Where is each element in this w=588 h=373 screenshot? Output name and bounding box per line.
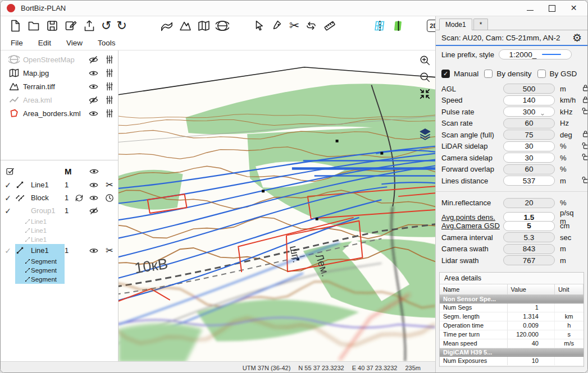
table-row[interactable]: Mean speed40m/s: [440, 339, 584, 348]
eye-icon[interactable]: [85, 81, 101, 92]
line-style-sample[interactable]: [542, 54, 561, 56]
mission-child-row[interactable]: Segment: [1, 275, 118, 284]
table-column-header[interactable]: Name: [440, 284, 507, 295]
cut-button[interactable]: ✂: [289, 19, 299, 33]
layer-row[interactable]: Area.kml: [1, 93, 118, 107]
lock-closed-icon[interactable]: [581, 83, 588, 93]
sliders-icon[interactable]: [101, 108, 118, 118]
line-prefix-input[interactable]: 1:2000_: [499, 49, 572, 59]
layer-row[interactable]: Area_borders.kml: [1, 107, 118, 120]
table-row[interactable]: Segm. length1.314km: [440, 312, 584, 321]
table-row[interactable]: Time per turn120.000s: [440, 330, 584, 339]
table-column-header[interactable]: Unit: [554, 284, 583, 295]
param-field-speed[interactable]: 140: [503, 95, 555, 105]
table-row[interactable]: Num Exposures10: [440, 356, 584, 365]
mission-child-row[interactable]: Line1: [1, 235, 118, 244]
scan-grid-button[interactable]: [373, 19, 386, 33]
sliders-icon[interactable]: [101, 68, 118, 78]
clock-icon[interactable]: [101, 193, 118, 203]
eye-icon[interactable]: [86, 193, 101, 203]
param-field-pulse-rate[interactable]: 300: [503, 107, 555, 117]
tab-mode1[interactable]: Mode1: [439, 19, 472, 30]
map-canvas[interactable]: 10кВшп.Лем.: [118, 50, 435, 361]
lock-open-icon[interactable]: [581, 106, 588, 116]
mission-row[interactable]: ✓Line11✂: [1, 178, 118, 191]
mission-row[interactable]: ✓Line11✂: [1, 244, 118, 257]
eye-icon[interactable]: [86, 180, 101, 190]
table-column-header[interactable]: Value: [507, 284, 554, 295]
eye-off-icon[interactable]: [85, 54, 101, 65]
mission-row[interactable]: ✓Group11: [1, 204, 118, 217]
menu-item-tools[interactable]: Tools: [98, 39, 116, 47]
checkbox-by-gsd[interactable]: [537, 70, 546, 78]
eye-icon[interactable]: [85, 68, 101, 79]
checkbox-manual[interactable]: ✓: [441, 70, 450, 78]
save-button[interactable]: [45, 19, 59, 33]
cut-icon[interactable]: ✂: [101, 246, 118, 255]
surface-button[interactable]: [160, 19, 174, 33]
maximize-button[interactable]: [548, 4, 555, 12]
measure-button[interactable]: [323, 19, 336, 33]
undo-button[interactable]: ↺: [101, 19, 111, 33]
checkbox-label: By density: [496, 70, 531, 78]
table-row[interactable]: Operation time0.009h: [440, 321, 584, 330]
open-folder-button[interactable]: [27, 19, 40, 33]
sliders-icon[interactable]: [101, 54, 118, 65]
node-edit-button[interactable]: [271, 19, 284, 33]
scan-settings-gear-icon[interactable]: ⚙: [572, 33, 582, 43]
output-row: Lidar swath767m: [436, 255, 587, 266]
mission-child-row[interactable]: Line1: [1, 217, 118, 226]
eye-icon[interactable]: [85, 108, 101, 119]
eye-icon[interactable]: [86, 246, 101, 256]
fit-view-button[interactable]: [418, 88, 431, 103]
block-fill-button[interactable]: [391, 19, 405, 33]
close-button[interactable]: ✕: [570, 4, 577, 12]
menu-item-file[interactable]: File: [11, 39, 23, 47]
layer-row[interactable]: Map.jpg: [1, 66, 118, 80]
eye-off-icon[interactable]: [85, 95, 101, 105]
lock-open-icon[interactable]: [581, 141, 588, 150]
sliders-icon[interactable]: [101, 95, 118, 105]
zoom-in-button[interactable]: [417, 53, 432, 67]
menu-item-edit[interactable]: Edit: [38, 39, 51, 47]
line-prefix-row: Line prefix, style 1:2000_: [436, 46, 587, 63]
redo-button[interactable]: ↻: [116, 19, 126, 33]
lock-open-icon[interactable]: [581, 175, 588, 185]
terrain-layer-button[interactable]: [179, 19, 192, 33]
select-cursor-button[interactable]: [252, 19, 266, 33]
layer-row[interactable]: Terrain.tiff: [1, 80, 118, 93]
zoom-out-button[interactable]: [417, 70, 432, 84]
map-layers-button[interactable]: [418, 127, 432, 144]
param-field-camera-sidelap[interactable]: 30: [503, 153, 555, 163]
sliders-icon[interactable]: [101, 81, 118, 91]
lock-closed-icon[interactable]: [581, 129, 588, 139]
export-button[interactable]: [83, 19, 96, 33]
mission-child-row[interactable]: Segment: [1, 257, 118, 266]
select-all-icon[interactable]: [5, 165, 15, 177]
layer-row[interactable]: OpenStreetMap: [1, 53, 118, 66]
lock-closed-icon[interactable]: [581, 95, 588, 104]
mission-child-row[interactable]: Line1: [1, 226, 118, 235]
lock-open-icon[interactable]: [581, 152, 588, 162]
refresh-icon[interactable]: [72, 193, 86, 203]
cut-icon[interactable]: ✂: [101, 181, 118, 190]
table-group-row: Non Sensor Spe...: [440, 294, 584, 303]
globe-layer-button[interactable]: [216, 19, 229, 33]
swap-button[interactable]: [304, 19, 318, 33]
eye-off-icon[interactable]: [86, 206, 101, 216]
tab-[interactable]: *: [473, 19, 489, 30]
mission-child-row[interactable]: Segment: [1, 266, 118, 275]
save-as-button[interactable]: [64, 19, 78, 33]
map-3d-view[interactable]: 10кВшп.Лем.: [118, 50, 435, 361]
param-field-lidar-sidelap[interactable]: 30: [503, 141, 555, 151]
menu-item-view[interactable]: View: [66, 39, 83, 47]
map-layer-button[interactable]: [197, 19, 211, 33]
mission-row[interactable]: ✓Block1: [1, 191, 118, 204]
param-label: Speed: [441, 96, 503, 104]
table-row[interactable]: Num Segs1: [440, 303, 584, 312]
eye-icon[interactable]: [86, 166, 101, 177]
new-file-button[interactable]: [8, 19, 22, 33]
param-field-lines-distance[interactable]: 537: [503, 176, 555, 186]
minimize-button[interactable]: [526, 4, 534, 12]
checkbox-by-density[interactable]: [484, 70, 493, 78]
